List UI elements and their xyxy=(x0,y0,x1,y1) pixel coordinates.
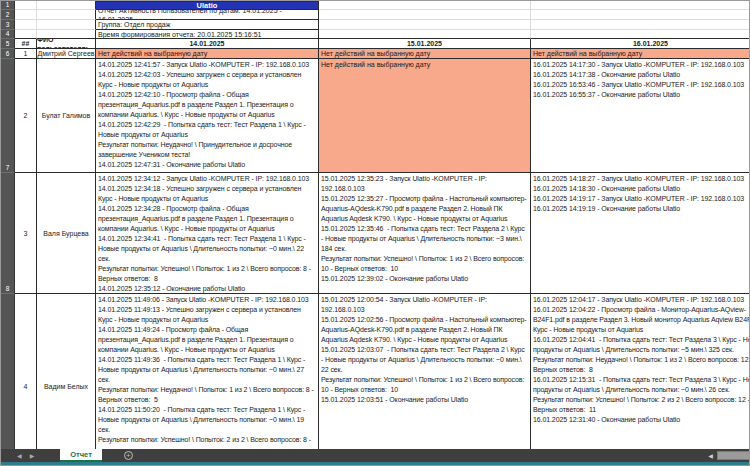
empty-cell[interactable] xyxy=(531,1,750,10)
row-header-cell[interactable]: 1 xyxy=(1,1,15,10)
log-entry: 14.01.2025 12:42:10 - Просмотр файла - О… xyxy=(98,90,316,120)
log-entry: 14.01.2025 12:35:12 - Окончание работы U… xyxy=(98,284,316,294)
row-header-cell[interactable]: 3 xyxy=(1,20,15,30)
log-entry: Результат попытки: Успешно! \ Попыток: 1… xyxy=(98,264,316,284)
log-entry: 16.01.2025 12:04:41 - Попытка сдать тест… xyxy=(533,335,750,355)
empty-cell[interactable] xyxy=(37,10,96,20)
row-header-cell[interactable]: 8 xyxy=(1,173,15,294)
add-sheet-button[interactable]: + xyxy=(124,451,133,460)
log-entry: 14.01.2025 12:47:31 - Окончание работы U… xyxy=(98,160,316,170)
column-header-date-2[interactable]: 15.01.2025 xyxy=(319,39,531,49)
log-entry: 16.01.2025 12:31:40 - Окончание работы U… xyxy=(533,415,750,425)
column-header-date-3[interactable]: 16.01.2025 xyxy=(531,39,750,49)
empty-cell[interactable] xyxy=(319,1,531,10)
user-number-cell[interactable]: 2 xyxy=(15,59,37,173)
empty-cell[interactable] xyxy=(319,30,531,39)
no-activity-cell[interactable]: Нет действий на выбранную дату xyxy=(319,59,531,173)
column-header-number[interactable]: ## xyxy=(15,39,37,49)
empty-cell[interactable] xyxy=(15,10,37,20)
scrollbar-thumb[interactable] xyxy=(717,451,750,460)
log-entry: 15.01.2025 12:39:02 - Окончание работы U… xyxy=(321,274,528,284)
log-entry: 14.01.2025 11:49:24 - Просмотр файла - О… xyxy=(98,325,316,355)
row-header-cell[interactable]: 2 xyxy=(1,10,15,20)
user-number-cell[interactable]: 4 xyxy=(15,294,37,449)
log-entry: 15.01.2025 12:02:56 - Просмотр файла - Н… xyxy=(321,315,528,345)
activity-log-cell[interactable]: 15.01.2025 12:00:54 - Запуск Ulatio -KOM… xyxy=(319,294,531,449)
empty-cell[interactable] xyxy=(531,10,750,20)
row-header-cell[interactable]: 4 xyxy=(1,30,15,39)
log-entry: Результат попытки: Успешно! \ Попыток: 1… xyxy=(321,254,528,274)
row-header-cell[interactable]: 5 xyxy=(1,39,15,49)
empty-cell[interactable] xyxy=(531,20,750,30)
log-entry: Результат попытки: Неудачно! \ Попыток: … xyxy=(98,385,316,405)
report-generated-cell[interactable]: Время формирования отчета: 20.01.2025 15… xyxy=(96,30,319,39)
activity-log-cell[interactable]: 14.01.2025 12:34:12 - Запуск Ulatio -KOM… xyxy=(96,173,319,294)
horizontal-scrollbar[interactable]: ◀ xyxy=(704,450,750,461)
log-entry: 14.01.2025 12:34:28 - Просмотр файла - О… xyxy=(98,204,316,234)
log-entry: Результат попытки: Неудачно! \ Принудите… xyxy=(98,140,316,160)
log-entry: 15.01.2025 12:35:27 - Просмотр файла - Н… xyxy=(321,194,528,224)
user-name-cell[interactable]: Валя Бурцева xyxy=(37,173,96,294)
empty-cell[interactable] xyxy=(15,30,37,39)
log-entry: 15.01.2025 12:00:54 - Запуск Ulatio -KOM… xyxy=(321,295,528,315)
user-name-cell[interactable]: Вадим Белых xyxy=(37,294,96,449)
activity-log-cell[interactable]: 15.01.2025 12:35:23 - Запуск Ulatio -KOM… xyxy=(319,173,531,294)
no-activity-cell[interactable]: Нет действий на выбранную дату xyxy=(531,49,750,59)
sheet-nav-prev-icon[interactable]: ◀ xyxy=(17,452,22,459)
log-entry: 14.01.2025 11:49:13 - Успешно загружен с… xyxy=(98,305,316,325)
log-entry: 16.01.2025 12:15:31 - Попытка сдать тест… xyxy=(533,375,750,395)
no-activity-cell[interactable]: Нет действий на выбранную дату xyxy=(96,49,319,59)
log-entry: 15.01.2025 12:35:46 - Попытка сдать тест… xyxy=(321,224,528,254)
log-entry: Результат попытки: Успешно! \ Попыток: 1… xyxy=(321,375,528,395)
log-entry: 16.01.2025 16:53:46 - Запуск Ulatio -KOM… xyxy=(533,80,750,90)
empty-cell[interactable] xyxy=(531,30,750,39)
activity-log-cell[interactable]: 14.01.2025 12:41:57 - Запуск Ulatio -KOM… xyxy=(96,59,319,173)
log-entry: 16.01.2025 12:04:17 - Запуск Ulatio -KOM… xyxy=(533,295,750,305)
column-header-name[interactable]: ФИО пользователя: xyxy=(37,39,96,49)
row-header-cell[interactable] xyxy=(1,294,15,449)
log-entry: 15.01.2025 12:03:51 - Окончание работы U… xyxy=(321,395,528,405)
log-entry: Результат попытки: Успешно! \ Попыток: 2… xyxy=(98,435,316,445)
user-name-cell[interactable]: Булат Галимов xyxy=(37,59,96,173)
log-entry: 15.01.2025 12:03:07 - Попытка сдать тест… xyxy=(321,345,528,375)
no-activity-cell[interactable]: Нет действий на выбранную дату xyxy=(319,49,531,59)
report-title-cell[interactable]: Ulatio xyxy=(96,1,319,10)
log-entry: 16.01.2025 12:04:22 - Просмотр файла - М… xyxy=(533,305,750,335)
column-header-date-1[interactable]: 14.01.2025 xyxy=(96,39,319,49)
activity-log-cell[interactable]: 14.01.2025 11:49:06 - Запуск Ulatio -KOM… xyxy=(96,294,319,449)
log-entry: Результат попытки: Успешно! \ Попыток: 2… xyxy=(533,395,750,415)
user-name-cell[interactable]: Дмитрий Сергеев xyxy=(37,49,96,59)
activity-log-cell[interactable]: 16.01.2025 14:17:30 - Запуск Ulatio -KOM… xyxy=(531,59,750,173)
empty-cell[interactable] xyxy=(319,20,531,30)
sheet-nav-next-icon[interactable]: ▶ xyxy=(30,452,35,459)
empty-cell[interactable] xyxy=(37,1,96,10)
log-entry: 14.01.2025 12:42:29 - Попытка сдать тест… xyxy=(98,120,316,140)
empty-cell[interactable] xyxy=(37,20,96,30)
empty-cell[interactable] xyxy=(15,20,37,30)
report-range-cell[interactable]: Отчет Активность Пользователей по датам:… xyxy=(96,10,319,20)
row-header-cell[interactable]: 7 xyxy=(1,59,15,173)
spreadsheet-window: 1 Ulatio 2 Отчет Активность Пользователе… xyxy=(0,0,750,466)
scroll-left-button[interactable]: ◀ xyxy=(704,450,717,461)
empty-cell[interactable] xyxy=(319,10,531,20)
bottom-status-strip xyxy=(1,462,750,466)
spreadsheet-grid: 1 Ulatio 2 Отчет Активность Пользователе… xyxy=(1,1,750,449)
log-entry: Результат попытки: Неудачно! \ Попыток: … xyxy=(533,355,750,375)
user-number-cell[interactable]: 1 xyxy=(15,49,37,59)
activity-log-cell[interactable]: 16.01.2025 14:18:27 - Запуск Ulatio -KOM… xyxy=(531,173,750,294)
empty-cell[interactable] xyxy=(15,1,37,10)
sheet-area: 1 Ulatio 2 Отчет Активность Пользователе… xyxy=(1,1,750,449)
activity-log-cell[interactable]: 16.01.2025 12:04:17 - Запуск Ulatio -KOM… xyxy=(531,294,750,449)
log-entry: 14.01.2025 11:49:06 - Запуск Ulatio -KOM… xyxy=(98,295,316,305)
sheet-nav-arrows: ◀ ▶ xyxy=(1,449,42,462)
user-number-cell[interactable]: 3 xyxy=(15,173,37,294)
log-entry: 15.01.2025 12:35:23 - Запуск Ulatio -KOM… xyxy=(321,174,528,194)
log-entry: 16.01.2025 14:18:30 - Окончание работы U… xyxy=(533,184,750,194)
scroll-left-icon: ◀ xyxy=(708,452,713,459)
sheet-tab-active[interactable]: Отчет xyxy=(60,449,102,462)
log-entry: 16.01.2025 14:19:19 - Окончание работы U… xyxy=(533,204,750,214)
empty-cell[interactable] xyxy=(37,30,96,39)
log-entry: 14.01.2025 12:34:41 - Попытка сдать тест… xyxy=(98,234,316,264)
report-group-cell[interactable]: Группа: Отдел продаж xyxy=(96,20,319,30)
row-header-cell[interactable]: 6 xyxy=(1,49,15,59)
